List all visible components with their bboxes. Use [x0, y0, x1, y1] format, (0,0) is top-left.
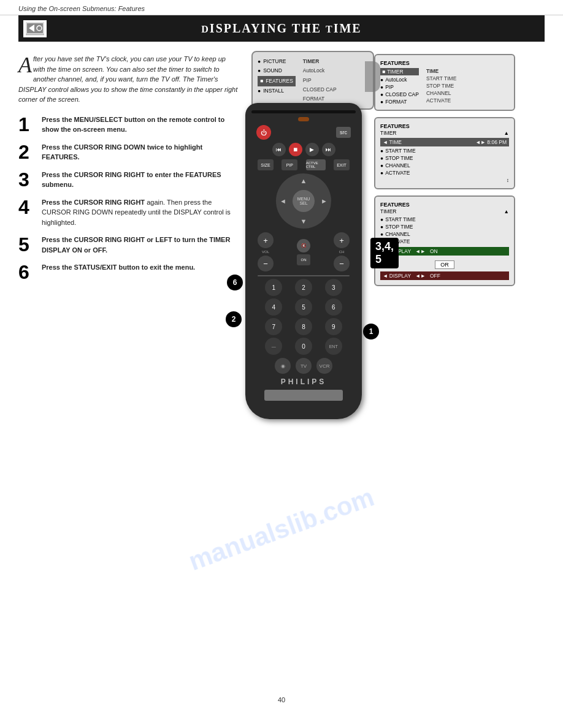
screen3-title: FEATURES — [380, 123, 509, 129]
screen2-closedcap-item: ●CLOSED CAP — [380, 91, 419, 97]
step-5: 5 Press the CURSOR RING RIGHT or LEFT to… — [18, 235, 239, 255]
channel-up-button[interactable]: + — [334, 232, 350, 248]
step-6-number: 6 — [18, 262, 36, 282]
step-6: 6 Press the STATUS/EXIT button to exit t… — [18, 262, 239, 282]
screen4-activate: ●ACTIVATE — [380, 238, 509, 245]
step-2-badge: 2 — [226, 311, 242, 327]
barcode — [264, 390, 343, 401]
tv-screen-2: FEATURES ■TIMER ●AutoLock ●PIP ●C — [374, 54, 515, 111]
screen4-display-on: ◄ DISPLAY ◄► ON — [380, 247, 509, 256]
step-1-text: Press the MENU/SELECT button on the remo… — [42, 115, 239, 135]
forward-button[interactable]: ⏭ — [322, 143, 335, 156]
page-number: 40 — [0, 684, 563, 716]
drop-cap: A — [18, 54, 32, 76]
screen3-activate: ●ACTIVATE — [380, 170, 509, 176]
num-8-button[interactable]: 8 — [295, 318, 312, 335]
source-button[interactable]: src — [336, 127, 351, 138]
screen2-pip-item: ●PIP — [380, 84, 419, 90]
tv-button[interactable]: TV — [296, 358, 312, 374]
step-3-number: 3 — [18, 170, 36, 189]
menu-select-button[interactable]: MENUSEL — [293, 190, 315, 212]
screen3-scroll: ↕ — [380, 177, 509, 183]
volume-down-button[interactable]: − — [258, 256, 274, 271]
num-6-button[interactable]: 6 — [325, 298, 342, 316]
num-1-button[interactable]: 1 — [265, 279, 282, 296]
steps-list: 1 Press the MENU/SELECT button on the re… — [18, 115, 239, 282]
step-2-number: 2 — [18, 142, 36, 162]
step-3: 3 Press the CURSOR RING RIGHT to enter t… — [18, 170, 239, 190]
rewind-button[interactable]: ⏮ — [272, 143, 286, 156]
num-2-button[interactable]: 2 — [295, 279, 312, 296]
num-4-button[interactable]: 4 — [265, 298, 282, 316]
screen4-starttime: ●START TIME — [380, 216, 509, 222]
stop-button[interactable]: ⏹ — [289, 143, 302, 156]
screen2-format-item: ●FORMAT — [380, 99, 419, 105]
step-3-text: Press the CURSOR RING RIGHT to enter the… — [42, 170, 239, 190]
screen4-channel: ●CHANNEL — [380, 231, 509, 237]
screen3-stoptime: ●STOP TIME — [380, 155, 509, 161]
intro-text: fter you have set the TV's clock, you ca… — [18, 55, 237, 103]
section-label: Using the On-screen Submenus: Features — [18, 5, 145, 12]
watermark: manualslib.com — [185, 482, 378, 577]
dash-button[interactable]: — — [265, 338, 282, 355]
step-1-badge: 1 — [363, 324, 379, 339]
num-7-button[interactable]: 7 — [265, 318, 282, 335]
tv-screen-3: FEATURES TIMER▲ ◄ TIME◄► 8:06 PM ●START … — [374, 117, 515, 189]
screen4-title: FEATURES — [380, 202, 509, 208]
screen3-starttime: ●START TIME — [380, 148, 509, 154]
or-divider: OR — [435, 260, 454, 269]
step-345-badge: 3,4,5 — [370, 238, 399, 268]
screen2-autolock-item: ●AutoLock — [380, 77, 419, 83]
step-2-text: Press the CURSOR RING DOWN twice to high… — [42, 142, 239, 162]
on-button[interactable]: ON — [297, 254, 310, 265]
brand-logo: PHILIPS — [251, 377, 356, 386]
power-button[interactable]: ⏻ — [256, 125, 271, 140]
intro-paragraph: A fter you have set the TV's clock, you … — [18, 54, 239, 105]
cursor-up-arrow[interactable]: ▲ — [301, 177, 307, 184]
screen4-display-off: ◄ DISPLAY ◄► OFF — [380, 271, 509, 280]
step-6-text: Press the STATUS/EXIT button to exit the… — [42, 262, 195, 273]
tv-screen-1: ●PICTURE ●SOUND ■FEATURES ●INSTALL TIMER… — [251, 51, 374, 110]
step-6-badge: 6 — [227, 275, 243, 290]
screen4-stoptime: ●STOP TIME — [380, 224, 509, 230]
step-4: 4 Press the CURSOR RING RIGHT again. The… — [18, 197, 239, 228]
screen2-timer-item: ■TIMER — [380, 68, 419, 75]
page-header: Using the On-screen Submenus: Features — [0, 0, 563, 15]
num-3-button[interactable]: 3 — [325, 279, 342, 296]
cursor-right-arrow[interactable]: ► — [321, 197, 327, 205]
cursor-left-arrow[interactable]: ◄ — [280, 197, 286, 205]
mute-button[interactable]: 🔇 — [297, 239, 310, 252]
enter-button[interactable]: ENT — [325, 338, 342, 355]
step-5-number: 5 — [18, 235, 36, 254]
step-4-text: Press the CURSOR RING RIGHT again. Then … — [42, 197, 239, 228]
step-5-text: Press the CURSOR RING RIGHT or LEFT to t… — [42, 235, 239, 255]
size-button[interactable]: SIZE — [258, 159, 274, 170]
screen3-subtitle: TIMER▲ — [380, 130, 509, 136]
title-icon — [23, 20, 47, 37]
screen4-subtitle: TIMER▲ — [380, 208, 509, 214]
screen3-time-highlighted: ◄ TIME◄► 8:06 PM — [380, 138, 509, 146]
active-control-button[interactable]: ACTVE CTRL — [306, 159, 326, 170]
step-1: 1 Press the MENU/SELECT button on the re… — [18, 115, 239, 135]
page-title: DISPLAYING THE TIME — [201, 21, 361, 36]
pip-button[interactable]: PIP — [282, 159, 297, 170]
step-4-number: 4 — [18, 197, 36, 217]
cursor-down-arrow[interactable]: ▼ — [301, 218, 307, 225]
screen2-title: FEATURES — [380, 60, 509, 66]
play-button[interactable]: ▶ — [305, 143, 319, 156]
num-5-button[interactable]: 5 — [295, 298, 312, 316]
screen3-channel: ●CHANNEL — [380, 162, 509, 169]
step-2: 2 Press the CURSOR RING DOWN twice to hi… — [18, 142, 239, 162]
status-exit-button[interactable]: EXIT — [334, 159, 350, 170]
volume-up-button[interactable]: + — [258, 232, 274, 248]
bottom-left-button[interactable]: ◉ — [275, 358, 291, 374]
num-9-button[interactable]: 9 — [325, 318, 342, 335]
num-0-button[interactable]: 0 — [295, 338, 312, 355]
vcr-button[interactable]: VCR — [316, 358, 332, 374]
step-1-number: 1 — [18, 115, 36, 134]
channel-down-button[interactable]: − — [334, 256, 350, 271]
